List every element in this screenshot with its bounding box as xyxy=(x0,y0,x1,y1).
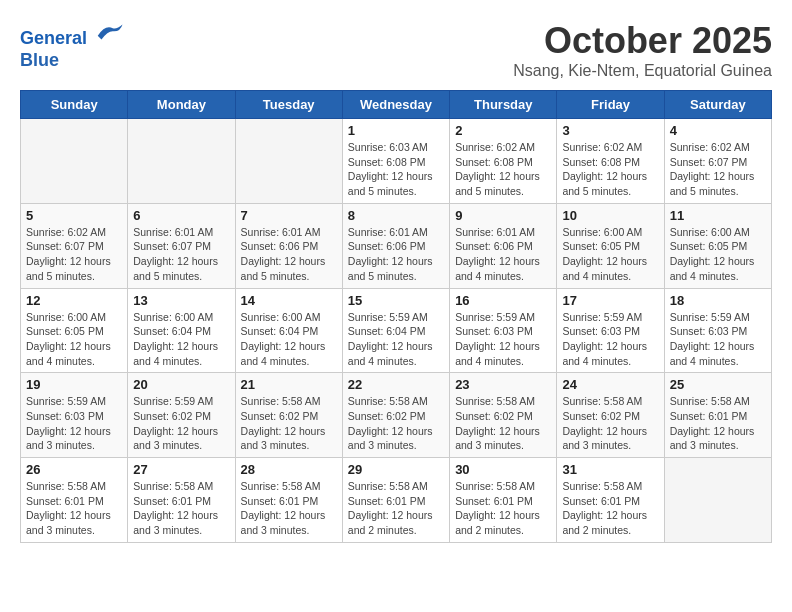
day-info: Sunrise: 5:58 AM Sunset: 6:02 PM Dayligh… xyxy=(241,394,337,453)
weekday-header-saturday: Saturday xyxy=(664,91,771,119)
day-info: Sunrise: 5:58 AM Sunset: 6:01 PM Dayligh… xyxy=(133,479,229,538)
day-info: Sunrise: 6:00 AM Sunset: 6:05 PM Dayligh… xyxy=(26,310,122,369)
day-number: 28 xyxy=(241,462,337,477)
weekday-header-thursday: Thursday xyxy=(450,91,557,119)
week-row-1: 5Sunrise: 6:02 AM Sunset: 6:07 PM Daylig… xyxy=(21,203,772,288)
day-info: Sunrise: 5:59 AM Sunset: 6:02 PM Dayligh… xyxy=(133,394,229,453)
day-info: Sunrise: 6:02 AM Sunset: 6:08 PM Dayligh… xyxy=(455,140,551,199)
day-cell: 27Sunrise: 5:58 AM Sunset: 6:01 PM Dayli… xyxy=(128,458,235,543)
day-number: 22 xyxy=(348,377,444,392)
day-number: 9 xyxy=(455,208,551,223)
day-number: 7 xyxy=(241,208,337,223)
week-row-3: 19Sunrise: 5:59 AM Sunset: 6:03 PM Dayli… xyxy=(21,373,772,458)
day-info: Sunrise: 6:02 AM Sunset: 6:07 PM Dayligh… xyxy=(670,140,766,199)
day-number: 29 xyxy=(348,462,444,477)
day-info: Sunrise: 6:00 AM Sunset: 6:05 PM Dayligh… xyxy=(562,225,658,284)
day-cell: 19Sunrise: 5:59 AM Sunset: 6:03 PM Dayli… xyxy=(21,373,128,458)
day-cell: 20Sunrise: 5:59 AM Sunset: 6:02 PM Dayli… xyxy=(128,373,235,458)
day-info: Sunrise: 6:00 AM Sunset: 6:04 PM Dayligh… xyxy=(133,310,229,369)
day-cell: 29Sunrise: 5:58 AM Sunset: 6:01 PM Dayli… xyxy=(342,458,449,543)
day-cell xyxy=(235,119,342,204)
day-info: Sunrise: 5:58 AM Sunset: 6:01 PM Dayligh… xyxy=(562,479,658,538)
day-cell: 10Sunrise: 6:00 AM Sunset: 6:05 PM Dayli… xyxy=(557,203,664,288)
weekday-header-row: SundayMondayTuesdayWednesdayThursdayFrid… xyxy=(21,91,772,119)
day-number: 12 xyxy=(26,293,122,308)
logo-text: General Blue xyxy=(20,20,124,71)
day-cell: 26Sunrise: 5:58 AM Sunset: 6:01 PM Dayli… xyxy=(21,458,128,543)
day-number: 4 xyxy=(670,123,766,138)
day-cell xyxy=(128,119,235,204)
day-info: Sunrise: 5:59 AM Sunset: 6:03 PM Dayligh… xyxy=(670,310,766,369)
day-info: Sunrise: 6:02 AM Sunset: 6:07 PM Dayligh… xyxy=(26,225,122,284)
day-info: Sunrise: 5:58 AM Sunset: 6:02 PM Dayligh… xyxy=(455,394,551,453)
day-cell: 31Sunrise: 5:58 AM Sunset: 6:01 PM Dayli… xyxy=(557,458,664,543)
day-number: 1 xyxy=(348,123,444,138)
day-info: Sunrise: 6:01 AM Sunset: 6:06 PM Dayligh… xyxy=(348,225,444,284)
day-number: 19 xyxy=(26,377,122,392)
day-cell: 8Sunrise: 6:01 AM Sunset: 6:06 PM Daylig… xyxy=(342,203,449,288)
day-cell: 25Sunrise: 5:58 AM Sunset: 6:01 PM Dayli… xyxy=(664,373,771,458)
day-number: 20 xyxy=(133,377,229,392)
location-title: Nsang, Kie-Ntem, Equatorial Guinea xyxy=(513,62,772,80)
title-section: October 2025 Nsang, Kie-Ntem, Equatorial… xyxy=(513,20,772,80)
day-cell: 30Sunrise: 5:58 AM Sunset: 6:01 PM Dayli… xyxy=(450,458,557,543)
day-number: 5 xyxy=(26,208,122,223)
logo-general: General xyxy=(20,28,87,48)
day-cell: 18Sunrise: 5:59 AM Sunset: 6:03 PM Dayli… xyxy=(664,288,771,373)
day-info: Sunrise: 5:58 AM Sunset: 6:02 PM Dayligh… xyxy=(562,394,658,453)
day-info: Sunrise: 5:58 AM Sunset: 6:01 PM Dayligh… xyxy=(670,394,766,453)
day-cell: 17Sunrise: 5:59 AM Sunset: 6:03 PM Dayli… xyxy=(557,288,664,373)
day-number: 17 xyxy=(562,293,658,308)
day-info: Sunrise: 6:02 AM Sunset: 6:08 PM Dayligh… xyxy=(562,140,658,199)
day-info: Sunrise: 6:03 AM Sunset: 6:08 PM Dayligh… xyxy=(348,140,444,199)
day-number: 13 xyxy=(133,293,229,308)
day-number: 31 xyxy=(562,462,658,477)
day-number: 8 xyxy=(348,208,444,223)
day-info: Sunrise: 6:01 AM Sunset: 6:06 PM Dayligh… xyxy=(241,225,337,284)
day-cell: 2Sunrise: 6:02 AM Sunset: 6:08 PM Daylig… xyxy=(450,119,557,204)
weekday-header-tuesday: Tuesday xyxy=(235,91,342,119)
day-info: Sunrise: 5:59 AM Sunset: 6:03 PM Dayligh… xyxy=(562,310,658,369)
day-number: 27 xyxy=(133,462,229,477)
day-cell: 6Sunrise: 6:01 AM Sunset: 6:07 PM Daylig… xyxy=(128,203,235,288)
day-number: 24 xyxy=(562,377,658,392)
calendar: SundayMondayTuesdayWednesdayThursdayFrid… xyxy=(20,90,772,543)
day-cell: 1Sunrise: 6:03 AM Sunset: 6:08 PM Daylig… xyxy=(342,119,449,204)
day-number: 21 xyxy=(241,377,337,392)
weekday-header-sunday: Sunday xyxy=(21,91,128,119)
day-number: 15 xyxy=(348,293,444,308)
week-row-2: 12Sunrise: 6:00 AM Sunset: 6:05 PM Dayli… xyxy=(21,288,772,373)
day-cell: 24Sunrise: 5:58 AM Sunset: 6:02 PM Dayli… xyxy=(557,373,664,458)
day-number: 16 xyxy=(455,293,551,308)
day-info: Sunrise: 6:00 AM Sunset: 6:04 PM Dayligh… xyxy=(241,310,337,369)
header: General Blue October 2025 Nsang, Kie-Nte… xyxy=(20,20,772,80)
day-cell: 5Sunrise: 6:02 AM Sunset: 6:07 PM Daylig… xyxy=(21,203,128,288)
day-number: 10 xyxy=(562,208,658,223)
day-info: Sunrise: 5:59 AM Sunset: 6:03 PM Dayligh… xyxy=(455,310,551,369)
day-cell: 4Sunrise: 6:02 AM Sunset: 6:07 PM Daylig… xyxy=(664,119,771,204)
weekday-header-monday: Monday xyxy=(128,91,235,119)
day-cell: 12Sunrise: 6:00 AM Sunset: 6:05 PM Dayli… xyxy=(21,288,128,373)
day-number: 6 xyxy=(133,208,229,223)
day-cell: 13Sunrise: 6:00 AM Sunset: 6:04 PM Dayli… xyxy=(128,288,235,373)
day-number: 2 xyxy=(455,123,551,138)
day-number: 26 xyxy=(26,462,122,477)
day-cell xyxy=(21,119,128,204)
day-info: Sunrise: 5:58 AM Sunset: 6:01 PM Dayligh… xyxy=(455,479,551,538)
day-cell: 22Sunrise: 5:58 AM Sunset: 6:02 PM Dayli… xyxy=(342,373,449,458)
day-cell: 16Sunrise: 5:59 AM Sunset: 6:03 PM Dayli… xyxy=(450,288,557,373)
day-cell: 9Sunrise: 6:01 AM Sunset: 6:06 PM Daylig… xyxy=(450,203,557,288)
week-row-0: 1Sunrise: 6:03 AM Sunset: 6:08 PM Daylig… xyxy=(21,119,772,204)
day-cell: 15Sunrise: 5:59 AM Sunset: 6:04 PM Dayli… xyxy=(342,288,449,373)
day-cell: 21Sunrise: 5:58 AM Sunset: 6:02 PM Dayli… xyxy=(235,373,342,458)
logo-blue: Blue xyxy=(20,50,59,70)
day-info: Sunrise: 5:58 AM Sunset: 6:01 PM Dayligh… xyxy=(348,479,444,538)
day-cell xyxy=(664,458,771,543)
day-number: 14 xyxy=(241,293,337,308)
weekday-header-wednesday: Wednesday xyxy=(342,91,449,119)
day-info: Sunrise: 5:59 AM Sunset: 6:04 PM Dayligh… xyxy=(348,310,444,369)
day-cell: 11Sunrise: 6:00 AM Sunset: 6:05 PM Dayli… xyxy=(664,203,771,288)
day-info: Sunrise: 6:00 AM Sunset: 6:05 PM Dayligh… xyxy=(670,225,766,284)
day-info: Sunrise: 5:58 AM Sunset: 6:01 PM Dayligh… xyxy=(26,479,122,538)
day-cell: 7Sunrise: 6:01 AM Sunset: 6:06 PM Daylig… xyxy=(235,203,342,288)
